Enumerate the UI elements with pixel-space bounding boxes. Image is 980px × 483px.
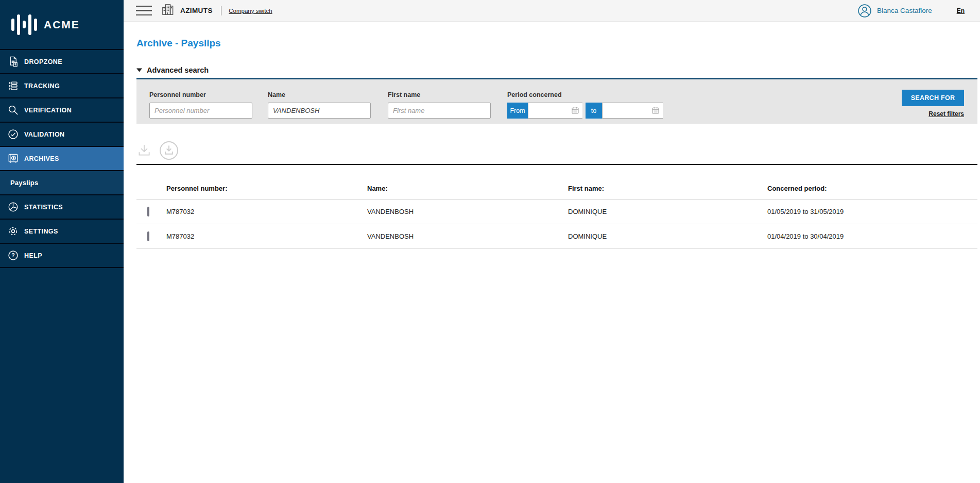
period-to-tag: to [586,103,602,119]
sidebar-item-payslips[interactable]: Payslips [0,171,124,195]
sidebar-item-validation[interactable]: VALIDATION [0,123,124,147]
cell-personnel-number: M787032 [166,208,367,215]
gear-icon [7,225,19,238]
table-row: M787032 VANDENBOSH DOMINIQUE 01/04/2019 … [136,224,977,249]
col-header-personnel-number: Personnel number: [166,185,367,192]
topbar: AZIMUTS Company switch Bianca Castafiore… [124,0,980,22]
caret-down-icon [136,68,142,72]
first-name-input[interactable] [388,103,491,119]
calendar-icon[interactable] [571,106,579,116]
sidebar-item-label: VALIDATION [24,131,65,138]
col-header-first-name: First name: [568,185,767,192]
search-button[interactable]: SEARCH FOR [902,90,964,106]
language-switch[interactable]: En [957,7,965,14]
svg-text:?: ? [11,252,14,258]
cell-first-name: DOMINIQUE [568,208,767,215]
sidebar-item-settings[interactable]: SETTINGS [0,220,124,244]
name-field-group: Name [268,91,371,119]
cell-first-name: DOMINIQUE [568,232,767,240]
sidebar-item-help[interactable]: ? HELP [0,244,124,268]
sidebar-item-dropzone[interactable]: DROPZONE [0,50,124,74]
user-name: Bianca Castafiore [877,7,932,14]
period-field-group: Period concerned From to [507,91,663,119]
download-circle-icon[interactable] [159,141,179,160]
results-table: Personnel number: Name: First name: Conc… [136,165,977,249]
sidebar: ACME DROPZONE TRACKING [0,0,124,483]
brand-name: ACME [44,19,80,31]
name-input[interactable] [268,103,371,119]
sidebar-item-label: HELP [24,252,42,259]
sidebar-item-label: Payslips [10,179,38,187]
calendar-icon[interactable] [651,106,660,116]
sidebar-item-tracking[interactable]: TRACKING [0,74,124,98]
sidebar-item-statistics[interactable]: STATISTICS [0,195,124,220]
magnifier-icon [7,104,19,116]
safe-vault-icon [7,153,19,165]
sidebar-item-archives[interactable]: ARCHIVES [0,147,124,171]
sidebar-item-label: DROPZONE [24,58,62,65]
user-avatar-icon[interactable] [857,4,872,18]
period-from-tag: From [507,103,528,119]
sidebar-item-label: SETTINGS [24,228,58,235]
cell-name: VANDENBOSH [367,208,568,215]
row-checkbox[interactable] [147,207,149,216]
first-name-label: First name [388,91,491,98]
advanced-search-label: Advanced search [147,66,209,74]
cell-name: VANDENBOSH [367,232,568,240]
document-upload-icon [7,56,19,68]
pie-chart-icon [7,201,19,213]
topbar-divider [221,6,222,15]
question-circle-icon: ? [7,249,19,262]
personnel-number-input[interactable] [149,103,252,119]
check-circle-icon [7,128,19,141]
acme-logo: ACME [0,0,124,50]
personnel-number-field-group: Personnel number [149,91,252,119]
sidebar-item-verification[interactable]: VERIFICATION [0,98,124,123]
sidebar-item-label: TRACKING [24,82,60,90]
cell-concerned-period: 01/04/2019 to 30/04/2019 [767,232,977,240]
reset-filters-link[interactable]: Reset filters [929,110,964,118]
row-checkbox[interactable] [147,231,149,241]
hamburger-menu-icon[interactable] [136,6,152,16]
table-header-row: Personnel number: Name: First name: Conc… [136,165,977,199]
app-name: AZIMUTS [180,7,213,14]
name-label: Name [268,91,371,98]
col-header-concerned-period: Concerned period: [767,185,977,192]
building-icon [161,3,175,19]
advanced-search-toggle[interactable]: Advanced search [136,66,977,78]
sidebar-item-label: ARCHIVES [24,155,59,162]
table-row: M787032 VANDENBOSH DOMINIQUE 01/05/2019 … [136,199,977,224]
tracking-list-icon [7,80,19,92]
cell-personnel-number: M787032 [166,232,367,240]
period-label: Period concerned [507,91,663,98]
main-content: Archive - Payslips Advanced search Perso… [124,22,980,483]
col-header-name: Name: [367,185,568,192]
first-name-field-group: First name [388,91,491,119]
cell-concerned-period: 01/05/2019 to 31/05/2019 [767,208,977,215]
personnel-number-label: Personnel number [149,91,252,98]
company-switch-link[interactable]: Company switch [229,8,272,14]
sidebar-item-label: STATISTICS [24,204,63,211]
results-toolbar [136,141,977,165]
download-icon[interactable] [136,142,152,159]
acme-equalizer-icon [11,14,37,35]
sidebar-item-label: VERIFICATION [24,107,72,114]
page-title: Archive - Payslips [136,38,977,49]
advanced-search-panel: Personnel number Name First name Period … [136,78,977,124]
